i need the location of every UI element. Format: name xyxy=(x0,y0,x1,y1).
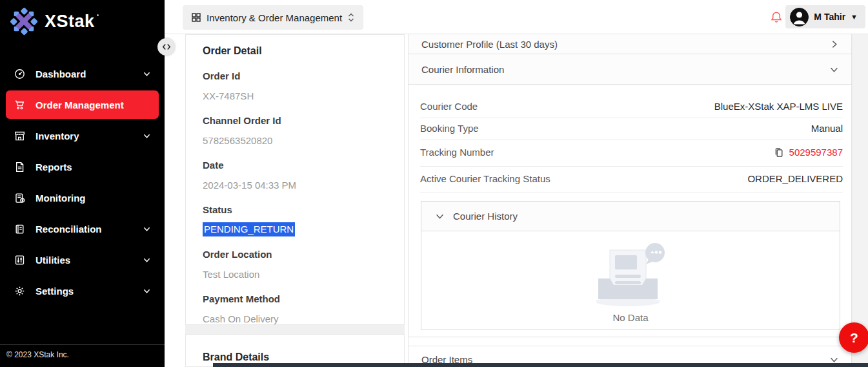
tracking-status-row: Active Courier Tracking Status ORDER_DEL… xyxy=(420,167,843,193)
brand-details-title: Brand Details xyxy=(203,350,387,364)
xstak-logo: XStak xyxy=(0,0,165,36)
sidebar-item-utilities[interactable]: Utilities xyxy=(6,246,159,274)
tracking-number-link[interactable]: 5029597387 xyxy=(789,147,843,158)
sidebar-item-inventory[interactable]: Inventory xyxy=(6,121,159,150)
order-sections-panel: Customer Profile (Last 30 days) Courier … xyxy=(408,34,852,367)
sidebar-item-label: Inventory xyxy=(35,131,143,142)
courier-history-header[interactable]: Courier History xyxy=(421,202,840,231)
order-detail-column: Order Detail Order Id XX-7487SH Channel … xyxy=(185,34,405,367)
field-value: XX-7487SH xyxy=(203,90,387,103)
caret-down-icon: ▼ xyxy=(851,13,858,21)
field-label: Order Id xyxy=(203,70,387,83)
report-icon xyxy=(14,162,25,173)
row-label: Tracking Number xyxy=(420,147,494,158)
field-label: Date xyxy=(203,159,387,172)
sidebar-item-label: Order Management xyxy=(35,100,150,110)
dashboard-icon xyxy=(14,68,25,79)
chevron-down-icon xyxy=(830,65,838,74)
field-label: Channel Order Id xyxy=(203,114,387,127)
collapse-chevrons-icon xyxy=(162,43,171,50)
order-detail-card: Order Detail Order Id XX-7487SH Channel … xyxy=(185,34,405,325)
cart-icon xyxy=(14,100,25,110)
chevron-down-icon xyxy=(143,257,150,264)
field-value: 2024-03-15 04:33 PM xyxy=(203,179,387,192)
vertical-scrollbar-track[interactable] xyxy=(853,34,868,367)
chevron-down-icon xyxy=(143,70,150,78)
customer-profile-label: Customer Profile (Last 30 days) xyxy=(421,39,558,50)
xstak-logo-icon xyxy=(9,6,39,36)
tracking-number-row: Tracking Number 5029597387 xyxy=(420,140,843,167)
accordion-courier-information[interactable]: Courier Information xyxy=(409,54,851,85)
sidebar-item-reconciliation[interactable]: Reconciliation xyxy=(6,215,159,243)
field-value: Cash On Delivery xyxy=(203,313,387,326)
user-menu[interactable]: M Tahir ▼ xyxy=(785,5,865,28)
notification-bell-icon[interactable] xyxy=(770,11,783,24)
chevron-down-icon xyxy=(436,212,444,220)
copy-icon[interactable] xyxy=(774,147,784,158)
row-label: Booking Type xyxy=(420,123,479,134)
sidebar-item-monitoring[interactable]: Monitoring xyxy=(6,184,159,212)
utilities-icon xyxy=(14,255,25,266)
avatar xyxy=(790,8,809,26)
app-switcher-dropdown[interactable]: Inventory & Order Management xyxy=(183,5,363,30)
chevron-down-icon xyxy=(143,132,150,140)
field-value: 5782563520820 xyxy=(203,134,387,147)
updown-selector-icon xyxy=(348,12,354,23)
row-value: ORDER_DELIVERED xyxy=(747,173,843,184)
field-label: Payment Method xyxy=(203,293,387,306)
courier-history-empty-state: No Data xyxy=(421,231,840,330)
sidebar-collapse-button[interactable] xyxy=(157,38,175,56)
row-value: Manual xyxy=(811,123,843,134)
sidebar-item-label: Reconciliation xyxy=(35,224,143,235)
courier-code-row: Courier Code BlueEx-XStak XAP-LMS LIVE xyxy=(420,96,843,118)
empty-inbox-illustration xyxy=(589,238,672,308)
sidebar-item-order-management[interactable]: Order Management xyxy=(6,90,159,119)
sidebar-item-label: Settings xyxy=(35,286,143,297)
logo-trademark-dot xyxy=(97,14,99,16)
field-label: Order Location xyxy=(203,248,387,261)
sidebar-item-reports[interactable]: Reports xyxy=(6,152,159,181)
order-detail-title: Order Detail xyxy=(203,44,387,58)
row-label: Courier Code xyxy=(420,101,478,112)
sidebar-item-dashboard[interactable]: Dashboard xyxy=(6,59,159,88)
logo-text: XStak xyxy=(45,12,95,32)
settings-icon xyxy=(14,286,25,297)
row-label: Active Courier Tracking Status xyxy=(420,173,550,184)
sidebar-item-settings[interactable]: Settings xyxy=(6,277,159,305)
user-name: M Tahir xyxy=(814,12,845,22)
sidebar-item-label: Monitoring xyxy=(35,193,150,204)
sidebar-footer: © 2023 XStak Inc. xyxy=(0,344,165,367)
accordion-customer-profile[interactable]: Customer Profile (Last 30 days) xyxy=(409,34,851,54)
help-button[interactable]: ? xyxy=(839,322,868,353)
topbar: Inventory & Order Management M Tahir ▼ xyxy=(165,0,868,34)
monitoring-icon xyxy=(14,193,25,204)
sidebar-nav: Dashboard Order Management Inventory xyxy=(0,59,165,305)
field-value: Test Location xyxy=(203,268,387,281)
row-value: BlueEx-XStak XAP-LMS LIVE xyxy=(714,101,843,112)
sidebar: XStak Dashboard Order Management Invento… xyxy=(0,0,165,367)
reconciliation-icon xyxy=(14,224,25,235)
chevron-down-icon xyxy=(143,225,150,233)
courier-history-box: Courier History xyxy=(421,201,840,330)
booking-type-row: Booking Type Manual xyxy=(420,118,843,140)
courier-information-label: Courier Information xyxy=(421,64,504,75)
apps-grid-icon xyxy=(192,13,201,22)
chevron-right-icon xyxy=(830,40,838,48)
courier-history-label: Courier History xyxy=(453,211,518,222)
chevron-down-icon xyxy=(143,288,150,295)
status-value-selected: PENDING_RETURN xyxy=(203,222,295,236)
sidebar-item-label: Utilities xyxy=(35,255,143,266)
sidebar-item-label: Dashboard xyxy=(35,68,143,79)
app-switcher-label: Inventory & Order Management xyxy=(207,12,342,23)
courier-information-content: Courier Code BlueEx-XStak XAP-LMS LIVE B… xyxy=(409,85,851,337)
horizontal-scrollbar-thumb[interactable] xyxy=(213,363,868,367)
store-icon xyxy=(14,131,25,142)
brand-details-card: Brand Details xyxy=(185,334,405,367)
no-data-text: No Data xyxy=(612,312,648,323)
sidebar-item-label: Reports xyxy=(35,162,150,173)
field-label: Status xyxy=(203,204,387,216)
